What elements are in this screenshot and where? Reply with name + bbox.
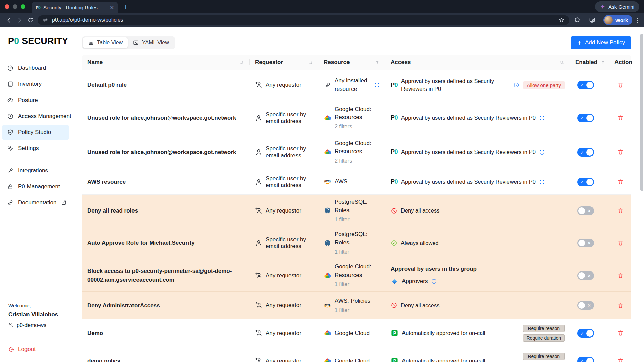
filter-icon[interactable] — [600, 60, 606, 65]
browser-menu-icon[interactable]: ⋮ — [634, 16, 641, 24]
delete-policy-button[interactable] — [616, 302, 624, 309]
requestor-cell: Any requestor — [250, 298, 318, 312]
trash-icon — [617, 330, 624, 336]
browser-profile-button[interactable]: Work — [603, 15, 632, 25]
requestor-label: Any requestor — [266, 330, 301, 337]
profile-label: Work — [615, 17, 628, 23]
delete-policy-button[interactable] — [616, 207, 624, 215]
url-bar[interactable]: p0.app/o/p0-demo-ws/policies — [38, 15, 569, 25]
forward-icon[interactable] — [14, 15, 25, 25]
sidebar-item-policy-studio[interactable]: Policy Studio — [2, 125, 69, 140]
delete-policy-button[interactable] — [616, 272, 624, 279]
enabled-toggle[interactable]: ✕ — [577, 206, 594, 215]
sidebar-item-posture[interactable]: Posture — [2, 93, 69, 108]
enabled-toggle[interactable]: ✕ — [577, 271, 594, 280]
page-scrollbar[interactable] — [640, 34, 643, 191]
google-cloud-icon — [324, 114, 331, 122]
sidebar-item-label: Documentation — [18, 199, 56, 206]
sidebar-item-inventory[interactable]: Inventory — [2, 76, 69, 92]
check-icon: ✓ — [580, 150, 584, 154]
minimize-window-button[interactable] — [13, 4, 17, 9]
sidebar-item-settings[interactable]: Settings — [2, 141, 69, 156]
enabled-toggle[interactable]: ✓ — [577, 81, 594, 89]
enabled-toggle[interactable]: ✓ — [577, 178, 594, 186]
gear-icon — [7, 145, 14, 152]
sidebar-item-access-management[interactable]: Access Management — [2, 109, 69, 124]
delete-policy-button[interactable] — [616, 329, 624, 337]
info-icon[interactable] — [431, 278, 437, 284]
enabled-toggle[interactable]: ✓ — [577, 148, 594, 157]
enabled-cell: ✓ — [570, 110, 609, 126]
access-text: Approval by users defined as Security Re… — [401, 114, 536, 122]
access-text: Approval by users defined as Security Re… — [401, 178, 536, 186]
installed-resource-icon — [324, 81, 331, 89]
trash-icon — [617, 179, 624, 185]
policy-name: Deny all read roles — [82, 203, 250, 219]
zoom-window-button[interactable] — [21, 4, 25, 9]
info-icon[interactable] — [539, 115, 545, 121]
delete-policy-button[interactable] — [616, 239, 624, 247]
delete-policy-button[interactable] — [616, 114, 624, 122]
device-search-icon[interactable] — [587, 15, 598, 25]
add-new-policy-button[interactable]: Add New Policy — [571, 36, 631, 49]
sidebar-item-documentation[interactable]: Documentation — [2, 195, 69, 210]
table-body: Default p0 ruleAny requestorAny installe… — [82, 70, 631, 362]
resource-cell: PostgreSQL: Roles1 filter — [318, 227, 385, 259]
enabled-toggle[interactable]: ✓ — [577, 114, 594, 122]
sidebar: P0 SECURITY DashboardInventoryPostureAcc… — [0, 27, 71, 362]
search-icon[interactable] — [559, 60, 565, 65]
resource-title: Google Cloud — [335, 329, 370, 338]
avatar — [604, 16, 613, 24]
extensions-icon[interactable] — [572, 15, 583, 25]
resource-cell: Google Cloud: Resources1 filter — [318, 259, 385, 291]
action-cell — [609, 145, 631, 159]
delete-policy-button[interactable] — [616, 148, 624, 156]
gemini-icon — [600, 4, 605, 9]
enabled-toggle[interactable]: ✓ — [577, 357, 594, 362]
trash-icon — [617, 358, 624, 362]
sidebar-item-integrations[interactable]: Integrations — [2, 163, 69, 178]
logout-button[interactable]: Logout — [8, 346, 68, 353]
toggle-knob — [586, 82, 593, 88]
enabled-toggle[interactable]: ✕ — [577, 301, 594, 310]
table-header: NameRequestorResourceAccessEnabledAction — [82, 55, 631, 70]
trash-icon — [617, 207, 624, 214]
tab-close-icon[interactable]: ✕ — [110, 5, 114, 11]
resource-cell: Google Cloud — [318, 326, 385, 341]
search-icon[interactable] — [308, 60, 313, 65]
close-window-button[interactable] — [5, 4, 9, 9]
delete-policy-button[interactable] — [616, 178, 624, 186]
sidebar-item-p0-management[interactable]: P0 Management — [2, 179, 69, 194]
access-text: Automatically approved for on-call — [402, 329, 485, 337]
ask-gemini-button[interactable]: Ask Gemini — [595, 1, 639, 12]
browser-tab[interactable]: P0 Security - Routing Rules ✕ — [32, 2, 118, 13]
bookmark-star-icon[interactable] — [558, 17, 565, 23]
action-cell — [609, 354, 631, 362]
sidebar-item-label: Inventory — [18, 81, 42, 87]
delete-policy-button[interactable] — [616, 357, 624, 362]
tab-yaml-view[interactable]: YAML View — [128, 37, 174, 48]
site-settings-icon[interactable] — [42, 17, 48, 23]
trash-icon — [617, 240, 624, 246]
enabled-toggle[interactable]: ✓ — [577, 329, 594, 338]
back-icon[interactable] — [3, 15, 14, 25]
info-icon[interactable] — [539, 149, 545, 155]
sidebar-item-dashboard[interactable]: Dashboard — [2, 60, 69, 76]
sidebar-item-label: P0 Management — [18, 183, 60, 190]
tab-title: Security - Routing Rules — [43, 5, 107, 10]
policy-name: Unused role for alice.johnson@workspace.… — [82, 110, 250, 126]
info-icon[interactable] — [374, 82, 380, 88]
requestor-label: Any requestor — [266, 358, 301, 362]
delete-policy-button[interactable] — [616, 81, 624, 89]
enabled-toggle[interactable]: ✕ — [577, 239, 594, 247]
filter-icon[interactable] — [375, 60, 380, 65]
resource-title: Any installed resource — [335, 77, 371, 93]
new-tab-button[interactable]: + — [123, 3, 128, 11]
user-icon — [255, 239, 262, 247]
search-icon[interactable] — [239, 60, 244, 65]
info-icon[interactable] — [513, 82, 519, 88]
user-icon — [255, 114, 262, 122]
tab-table-view[interactable]: Table View — [83, 37, 128, 48]
info-icon[interactable] — [539, 179, 545, 185]
reload-icon[interactable] — [25, 15, 36, 25]
